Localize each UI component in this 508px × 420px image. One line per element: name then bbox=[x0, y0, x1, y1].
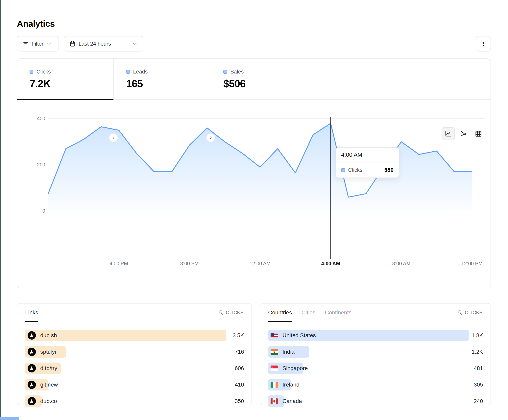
filter-button-label: Filter bbox=[31, 41, 44, 47]
tab-countries[interactable]: Countries bbox=[268, 304, 292, 322]
link-name: spti.fyi bbox=[40, 349, 56, 355]
country-row[interactable]: United States 1.8K bbox=[268, 330, 483, 341]
chevron-down-icon bbox=[46, 41, 52, 47]
country-clicks-value: 1.8K bbox=[471, 330, 483, 341]
link-clicks-value: 606 bbox=[235, 362, 244, 374]
stat-label: Sales bbox=[230, 69, 244, 75]
clicks-legend-swatch bbox=[30, 70, 33, 74]
stat-tab-strip: Clicks 7.2K Leads 165 Sales $506 bbox=[17, 59, 491, 100]
country-name: Canada bbox=[283, 398, 302, 404]
chevron-right-icon bbox=[209, 136, 213, 140]
date-range-button[interactable]: Last 24 hours bbox=[64, 36, 143, 51]
country-row[interactable]: India 1.2K bbox=[268, 346, 483, 358]
link-clicks-value: 350 bbox=[235, 395, 244, 407]
flag-singapore-icon bbox=[270, 366, 278, 371]
line-chart-icon bbox=[445, 130, 452, 138]
kebab-menu-icon bbox=[480, 40, 486, 47]
link-clicks-value: 3.5K bbox=[232, 330, 244, 341]
page-title: Analytics bbox=[17, 19, 55, 29]
y-axis-tick: 400 bbox=[27, 116, 45, 122]
country-clicks-value: 305 bbox=[474, 379, 483, 391]
links-metric-toggle[interactable]: CLICKS bbox=[218, 310, 244, 315]
cursor-click-icon bbox=[218, 310, 224, 315]
stat-label: Leads bbox=[133, 69, 148, 75]
country-name: Singapore bbox=[283, 365, 308, 371]
tab-countries-label: Countries bbox=[268, 310, 292, 316]
y-axis-tick: 0 bbox=[27, 208, 45, 214]
link-row[interactable]: git.new 410 bbox=[25, 379, 244, 391]
filter-button[interactable]: Filter bbox=[17, 36, 59, 51]
more-options-button[interactable] bbox=[476, 36, 491, 51]
tab-continents[interactable]: Continents bbox=[325, 304, 351, 322]
link-name: d.to/try bbox=[40, 365, 57, 371]
stat-tab-clicks[interactable]: Clicks 7.2K bbox=[17, 59, 113, 100]
tab-links[interactable]: Links bbox=[25, 304, 38, 322]
link-clicks-value: 410 bbox=[235, 379, 244, 391]
y-axis-tick: 200 bbox=[27, 162, 45, 168]
window-left-border bbox=[0, 0, 1, 420]
chart-view-switcher bbox=[442, 127, 485, 140]
country-row[interactable]: Canada 240 bbox=[268, 395, 483, 407]
stat-value: 7.2K bbox=[30, 78, 113, 90]
country-name: United States bbox=[283, 332, 316, 339]
tooltip-time: 4:00 AM bbox=[336, 148, 399, 162]
x-axis-tick-highlighted: 4:00 AM bbox=[313, 261, 349, 267]
chevron-right-icon bbox=[111, 136, 116, 140]
countries-list: United States 1.8K India 1.2K bbox=[268, 330, 483, 412]
funnel-icon bbox=[460, 130, 467, 138]
bottom-blue-sliver bbox=[0, 417, 19, 420]
tab-continents-label: Continents bbox=[325, 310, 351, 316]
links-panel-header: Links CLICKS bbox=[17, 304, 252, 322]
chart-canvas bbox=[17, 99, 491, 263]
flag-canada-icon bbox=[270, 398, 278, 404]
dub-logo-icon bbox=[28, 348, 36, 356]
sales-legend-swatch bbox=[223, 70, 227, 74]
country-name: India bbox=[283, 349, 295, 355]
countries-panel-header: Countries Cities Continents CLICKS bbox=[260, 304, 491, 322]
stat-tab-sales[interactable]: Sales $506 bbox=[211, 59, 308, 100]
country-clicks-value: 481 bbox=[474, 362, 483, 374]
country-clicks-value: 240 bbox=[474, 395, 483, 407]
filter-icon bbox=[22, 41, 29, 47]
country-name: Ireland bbox=[283, 382, 299, 388]
tab-cities-label: Cities bbox=[301, 310, 315, 316]
stat-value: 165 bbox=[126, 78, 211, 90]
grid-table-icon bbox=[475, 130, 482, 138]
countries-metric-toggle[interactable]: CLICKS bbox=[457, 310, 483, 315]
cursor-click-icon bbox=[457, 310, 463, 315]
x-axis-tick: 4:00 PM bbox=[101, 261, 137, 267]
countries-metric-label: CLICKS bbox=[465, 310, 483, 315]
dub-logo-icon bbox=[28, 397, 36, 405]
chevron-down-icon bbox=[132, 41, 138, 47]
line-chart-view-button[interactable] bbox=[442, 127, 455, 140]
x-axis-tick: 8:00 PM bbox=[172, 261, 207, 267]
table-view-button[interactable] bbox=[472, 127, 485, 140]
x-axis-tick: 12:00 PM bbox=[454, 261, 490, 267]
clicks-legend-swatch bbox=[341, 168, 345, 172]
tooltip-series-label: Clicks bbox=[348, 167, 381, 173]
flag-ireland-icon bbox=[270, 382, 278, 388]
calendar-icon bbox=[69, 41, 76, 47]
link-row[interactable]: d.to/try 606 bbox=[25, 362, 244, 374]
funnel-view-button[interactable] bbox=[457, 127, 470, 140]
link-row[interactable]: dub.sh 3.5K bbox=[25, 330, 244, 341]
links-panel: Links CLICKS bbox=[17, 303, 252, 405]
dub-logo-icon bbox=[28, 381, 36, 389]
link-row[interactable]: dub.co 350 bbox=[25, 395, 244, 407]
links-metric-label: CLICKS bbox=[226, 310, 244, 315]
chart-tooltip: 4:00 AM Clicks 380 bbox=[336, 147, 399, 178]
leads-legend-swatch bbox=[126, 70, 130, 74]
date-range-label: Last 24 hours bbox=[79, 41, 111, 47]
expand-leads-sales-chip[interactable] bbox=[206, 133, 215, 142]
stat-tab-leads[interactable]: Leads 165 bbox=[113, 59, 211, 100]
expand-clicks-leads-chip[interactable] bbox=[109, 133, 118, 142]
clicks-area-chart[interactable] bbox=[17, 99, 491, 263]
tab-cities[interactable]: Cities bbox=[301, 304, 315, 322]
links-list: dub.sh 3.5K spti.fyi 716 bbox=[25, 330, 244, 412]
country-row[interactable]: Singapore 481 bbox=[268, 362, 483, 374]
country-row[interactable]: Ireland 305 bbox=[268, 379, 483, 391]
tab-links-label: Links bbox=[25, 310, 38, 316]
link-row[interactable]: spti.fyi 716 bbox=[25, 346, 244, 358]
x-axis-tick: 8:00 AM bbox=[383, 261, 419, 267]
stat-value: $506 bbox=[223, 78, 308, 90]
